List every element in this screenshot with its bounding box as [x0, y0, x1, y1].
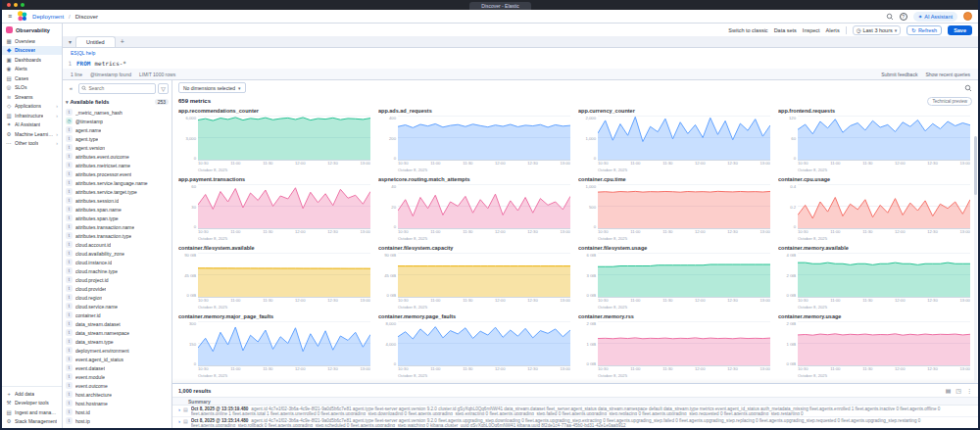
- field-item[interactable]: t container.id: [66, 311, 171, 319]
- time-range-picker[interactable]: ◷ Last 3 hours ▾: [853, 25, 902, 35]
- collapse-sidebar-icon[interactable]: «: [66, 83, 76, 94]
- metric-chart-card[interactable]: fleet.agent.count 210 10:3011:0011:3012:…: [778, 381, 970, 383]
- field-item[interactable]: t agent.type: [66, 134, 171, 143]
- field-item[interactable]: t event.dataset: [66, 363, 171, 372]
- field-item[interactable]: t agent.name: [66, 125, 171, 134]
- sidebar-item-ingest-and-manage-data[interactable]: ▤ Ingest and manage data: [2, 407, 62, 417]
- chart-search-icon[interactable]: [964, 84, 972, 92]
- save-button[interactable]: Save: [948, 25, 972, 35]
- browser-tab[interactable]: Discover - Elastic: [469, 2, 531, 10]
- submit-feedback-link[interactable]: Submit feedback: [881, 72, 917, 77]
- metric-chart-card[interactable]: container.filesystem.available 90 GB45 G…: [178, 244, 370, 311]
- metric-chart-card[interactable]: feature_flag.flagd.impression 80400 10:3…: [378, 381, 570, 383]
- inspect-button[interactable]: Inspect: [803, 27, 820, 33]
- field-item[interactable]: t attributes.span.type: [66, 214, 171, 222]
- charts-scrollbar[interactable]: [974, 136, 977, 383]
- field-item[interactable]: t data_stream.type: [66, 337, 171, 346]
- field-item[interactable]: ◷ @timestamp: [66, 117, 171, 125]
- field-item[interactable]: t cloud.instance.id: [66, 258, 171, 266]
- field-item[interactable]: t cloud.account.id: [66, 240, 171, 249]
- metric-chart-card[interactable]: app.recommendations_counter 6,0003,0000 …: [178, 107, 370, 173]
- field-item[interactable]: t cloud.machine.type: [66, 266, 171, 275]
- field-item[interactable]: t event.outcome: [66, 381, 171, 390]
- sidebar-item-infrastructure[interactable]: ▥ Infrastructure ›: [2, 111, 62, 120]
- sidebar-item-machine-learning[interactable]: ⚙ Machine Learning ›: [2, 129, 62, 139]
- metric-chart-card[interactable]: container.memory.usage 2 GB1 GB0 GB 10:3…: [778, 312, 970, 379]
- field-item[interactable]: t attributes.span.name: [66, 205, 171, 214]
- metric-chart-card[interactable]: container.filesystem.capacity 90 GB45 GB…: [378, 244, 570, 311]
- field-item[interactable]: t cloud.service.name: [66, 302, 171, 311]
- metric-chart-card[interactable]: container.memory.major_page_faults 30015…: [178, 312, 370, 379]
- result-row[interactable]: › ▤ Oct 8, 2025 @ 13:15:19.480agent.id 4…: [172, 406, 978, 417]
- field-item[interactable]: t data_stream.namespace: [66, 328, 171, 337]
- field-item[interactable]: t attributes.event.outcome: [66, 152, 171, 161]
- field-item[interactable]: t cloud.region: [66, 293, 171, 302]
- ai-assistant-button[interactable]: ✦ AI Assistant: [913, 12, 957, 22]
- breadcrumb-deployment[interactable]: Deployment: [32, 14, 64, 20]
- metric-chart-card[interactable]: container.memory.page_faults 8,0004,0000…: [378, 312, 570, 379]
- metric-chart-card[interactable]: container.filesystem.usage 6 GB3 GB0 GB …: [578, 244, 770, 311]
- field-item[interactable]: t host.id: [66, 407, 171, 416]
- esql-query-input[interactable]: 1 FROM metrics-*: [63, 58, 978, 69]
- field-item[interactable]: t attributes.service.language.name: [66, 178, 171, 187]
- available-fields-header[interactable]: ▾ Available fields 253: [63, 96, 172, 108]
- help-icon[interactable]: ?: [900, 13, 907, 21]
- esql-help-link[interactable]: ES|QL help: [71, 50, 95, 56]
- metric-chart-card[interactable]: app.frontend.requests 120600 10:3011:001…: [778, 107, 970, 173]
- field-item[interactable]: t deployment.environment: [66, 346, 171, 355]
- field-item[interactable]: t event.module: [66, 372, 171, 381]
- field-filter-icon[interactable]: ▽: [158, 83, 169, 94]
- search-icon[interactable]: [886, 13, 894, 21]
- window-minimize-icon[interactable]: [14, 3, 18, 7]
- sidebar-item-dashboards[interactable]: ▣ Dashboards: [2, 55, 62, 65]
- sidebar-item-cases[interactable]: ▤ Cases: [2, 73, 62, 83]
- field-item[interactable]: t data_stream.dataset: [66, 319, 171, 328]
- expand-row-icon[interactable]: ›: [178, 418, 180, 427]
- field-item[interactable]: t host.ip: [66, 416, 171, 425]
- sidebar-item-discover[interactable]: ◈ Discover: [2, 46, 62, 56]
- tab-menu-icon[interactable]: ▾: [67, 38, 74, 45]
- field-item[interactable]: t attributes.processor.event: [66, 169, 171, 178]
- new-tab-button[interactable]: +: [118, 37, 127, 47]
- metric-chart-card[interactable]: app.payment.transactions 60300 10:3011:0…: [178, 175, 370, 242]
- sidebar-item-ai-assistant[interactable]: ✦ AI Assistant: [2, 120, 62, 130]
- fullscreen-icon[interactable]: ◳: [956, 387, 961, 394]
- field-item[interactable]: t attributes.metricset.name: [66, 161, 171, 169]
- alerts-button[interactable]: Alerts: [826, 27, 840, 33]
- metric-chart-card[interactable]: container.cpu.usage 0.40.20 10:3011:0011…: [778, 175, 970, 242]
- sidebar-item-streams[interactable]: ≋ Streams: [2, 92, 62, 102]
- dimensions-select-button[interactable]: No dimensions selected ▾: [178, 82, 246, 93]
- sidebar-item-overview[interactable]: ▦ Overview: [2, 36, 62, 46]
- field-item[interactable]: t attributes.service.target.type: [66, 187, 171, 196]
- sidebar-item-developer-tools[interactable]: ⚒ Developer tools: [2, 399, 62, 408]
- field-item[interactable]: t cloud.provider: [66, 284, 171, 293]
- sidebar-item-other-tools[interactable]: ⋯ Other tools ›: [2, 139, 62, 149]
- metric-chart-card[interactable]: aspnetcore.routing.match_attempts 40200 …: [378, 175, 570, 242]
- field-item[interactable]: t agent.version: [66, 143, 171, 152]
- sidebar-item-slos[interactable]: ◎ SLOs: [2, 83, 62, 93]
- window-close-icon[interactable]: [7, 3, 11, 7]
- menu-icon[interactable]: ≡: [8, 13, 12, 20]
- result-row[interactable]: › ▤ Oct 8, 2025 @ 13:15:14.480agent.id 4…: [172, 417, 978, 428]
- field-item[interactable]: t attributes.transaction.type: [66, 231, 171, 240]
- switch-to-classic-button[interactable]: Switch to classic: [728, 27, 767, 33]
- field-item[interactable]: t attributes.transaction.name: [66, 222, 171, 231]
- data-sets-button[interactable]: Data sets: [774, 27, 797, 33]
- field-item[interactable]: t attributes.session.id: [66, 196, 171, 205]
- refresh-button[interactable]: ↻ Refresh: [906, 25, 942, 35]
- sidebar-item-stack-management[interactable]: ⚙ Stack Management: [2, 417, 62, 427]
- field-item[interactable]: t host.architecture: [66, 390, 171, 399]
- avatar[interactable]: [963, 12, 972, 21]
- field-item[interactable]: t _metric_names_hash: [66, 108, 171, 117]
- metric-chart-card[interactable]: feature_flag.flagd.result.reason 80400 1…: [578, 381, 770, 383]
- field-search-input[interactable]: [88, 85, 153, 91]
- columns-icon[interactable]: ▤: [946, 387, 952, 394]
- metric-chart-card[interactable]: container.memory.rss 2 GB1 GB0 GB 10:301…: [578, 312, 770, 379]
- field-item[interactable]: t host.hostname: [66, 399, 171, 407]
- expand-row-icon[interactable]: ›: [178, 406, 180, 415]
- sidebar-item-add-data[interactable]: + Add data: [2, 389, 62, 399]
- metric-chart-card[interactable]: app.currency_counter 2,0001,0000 10:3011…: [578, 107, 770, 173]
- field-item[interactable]: t cloud.availability_zone: [66, 249, 171, 258]
- field-item[interactable]: t event.agent_id_status: [66, 355, 171, 363]
- metric-chart-card[interactable]: app.ads.ad_requests 4002000 10:3011:0011…: [378, 107, 570, 173]
